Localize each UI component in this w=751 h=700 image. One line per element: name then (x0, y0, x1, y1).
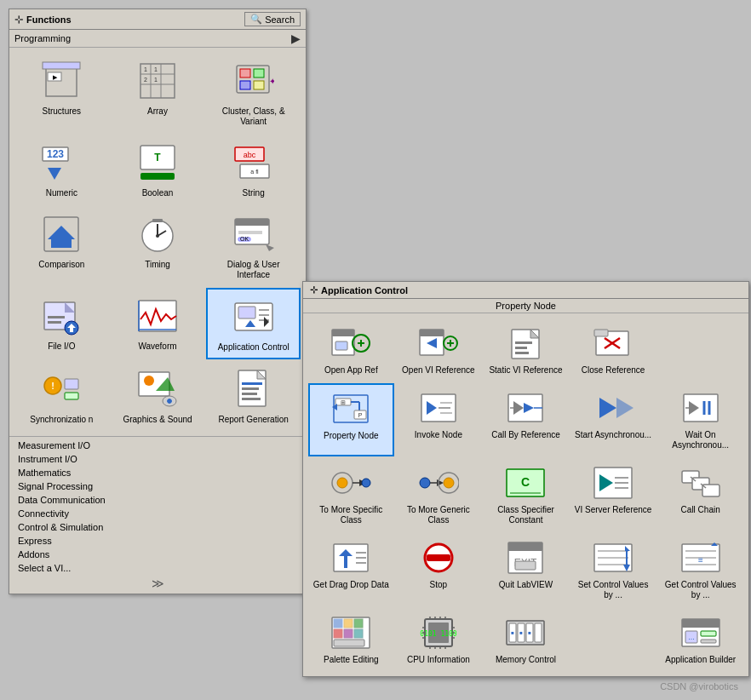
app-item-get-control[interactable]: ≡ Get Control Values by ... (657, 533, 743, 606)
svg-text:■: ■ (520, 630, 524, 635)
sidebar-item-signal[interactable]: Signal Processing (9, 479, 306, 493)
graphics-label: Graphics & Sound (123, 415, 192, 425)
app-item-get-drag-drop[interactable]: Get Drag Drop Data (308, 533, 394, 606)
sidebar-item-datacomm[interactable]: Data Communication (9, 493, 306, 507)
svg-text:T: T (154, 152, 161, 164)
svg-rect-169 (354, 619, 363, 628)
static-vi-ref-label: Static VI Reference (489, 365, 562, 376)
string-icon: abc a fl (232, 141, 276, 185)
palette-editing-label: Palette Editing (324, 655, 379, 665)
vi-server-ref-label: VI Server Reference (575, 505, 652, 515)
sidebar-item-control[interactable]: Control & Simulation (9, 520, 306, 534)
numeric-icon: 123 (39, 141, 83, 185)
svg-rect-45 (48, 316, 65, 318)
app-panel-title: Application Control (321, 285, 408, 295)
comparison-icon (39, 212, 83, 256)
svg-point-123 (362, 479, 370, 487)
app-item-to-generic[interactable]: To More Generic Class (396, 458, 482, 531)
app-item-to-specific[interactable]: To More Specific Class (308, 458, 394, 531)
func-item-dialog[interactable]: OK Dialog & User Interface (206, 206, 301, 286)
app-item-wait-async[interactable]: Wait On Asynchronou... (657, 383, 743, 456)
sidebar-item-connectivity[interactable]: Connectivity (9, 507, 306, 520)
start-async-icon (591, 389, 635, 427)
sidebar-item-selectvi[interactable]: Select a VI... (9, 561, 306, 575)
call-by-ref-label: Call By Reference (491, 430, 560, 440)
functions-panel: ⊹ Functions 🔍 Search Programming ▶ ▶ Str… (9, 9, 307, 594)
app-item-open-vi-ref[interactable]: Open VI Reference (396, 318, 482, 382)
func-item-comparison[interactable]: Comparison (14, 206, 109, 286)
app-item-set-control[interactable]: Set Control Values by ... (570, 533, 656, 606)
structures-label: Structures (43, 106, 82, 117)
app-item-quit-labview[interactable]: EXIT Quit LabVIEW (483, 533, 569, 606)
sidebar-item-instrument[interactable]: Instrument I/O (9, 452, 306, 466)
svg-rect-139 (702, 485, 719, 496)
svg-rect-203 (701, 640, 716, 643)
app-item-call-chain[interactable]: Call Chain (657, 458, 743, 531)
fileio-icon (39, 294, 83, 338)
svg-rect-80 (420, 330, 444, 336)
app-item-start-async[interactable]: Start Asynchronou... (570, 383, 656, 456)
func-item-waveform[interactable]: Waveform (111, 288, 205, 359)
func-item-cluster[interactable]: ✦ Cluster, Class, & Variant (206, 53, 301, 133)
sidebar-item-express[interactable]: Express (9, 534, 306, 548)
func-item-structures[interactable]: ▶ Structures (14, 53, 109, 133)
svg-rect-173 (334, 640, 364, 646)
vi-server-ref-icon (591, 464, 635, 502)
svg-rect-36 (152, 219, 163, 222)
svg-rect-195 (535, 623, 542, 642)
stop-label: Stop (430, 580, 448, 590)
open-vi-ref-icon (416, 324, 461, 362)
svg-rect-171 (344, 629, 353, 638)
svg-point-124 (420, 478, 430, 488)
func-item-numeric[interactable]: 123 Numeric (14, 135, 109, 204)
app-item-property-node[interactable]: ⊞ P Property Node (308, 383, 394, 456)
app-item-open-app-ref[interactable]: Open App Ref (308, 318, 394, 382)
app-item-vi-server-ref[interactable]: VI Server Reference (570, 458, 656, 531)
fileio-label: File I/O (48, 341, 75, 352)
search-button[interactable]: 🔍 Search (244, 12, 301, 26)
more-icon[interactable]: ≫ (9, 575, 306, 592)
appcontrol-icon (232, 295, 276, 339)
func-item-timing[interactable]: Timing (111, 206, 205, 286)
func-item-array[interactable]: 1 1 2 1 Array (111, 53, 205, 133)
func-item-graphics[interactable]: Graphics & Sound (111, 361, 205, 431)
report-icon (232, 367, 276, 411)
app-item-cpu-info[interactable]: 0101 1100 CPU Informatio (396, 608, 482, 671)
app-item-close-ref[interactable]: Close Reference (570, 318, 656, 382)
sidebar-item-addons[interactable]: Addons (9, 548, 306, 561)
app-item-call-by-ref[interactable]: Call By Reference (483, 383, 569, 456)
svg-rect-62 (65, 393, 78, 399)
close-ref-label: Close Reference (582, 365, 645, 376)
app-item-class-specifier[interactable]: C Class Specifier Constant (483, 458, 569, 531)
svg-rect-200 (682, 619, 719, 628)
app-item-memory-control[interactable]: ■ ■ ■ Memory Control (483, 608, 569, 671)
svg-rect-167 (334, 619, 342, 628)
func-item-sync[interactable]: ! Synchronizatio n (14, 361, 109, 431)
sidebar-item-mathematics[interactable]: Mathematics (9, 466, 306, 479)
app-item-app-builder[interactable]: ... Application Builder (657, 608, 743, 671)
call-by-ref-icon (503, 389, 547, 427)
svg-rect-88 (515, 347, 527, 349)
pin-icon: ⊹ (14, 14, 23, 26)
functions-grid: ▶ Structures 1 1 2 1 Array (9, 48, 306, 436)
app-item-palette-editing[interactable]: Palette Editing (308, 608, 394, 671)
func-item-string[interactable]: abc a fl String (206, 135, 301, 204)
func-item-boolean[interactable]: T Boolean (111, 135, 205, 204)
svg-marker-112 (599, 398, 616, 418)
svg-rect-170 (334, 629, 342, 638)
svg-text:123: 123 (47, 148, 64, 160)
svg-marker-126 (437, 479, 444, 486)
svg-rect-71 (242, 393, 257, 395)
svg-text:2: 2 (144, 77, 147, 83)
app-item-invoke-node[interactable]: Invoke Node (396, 383, 482, 456)
app-builder-icon: ... (679, 614, 723, 651)
func-item-report[interactable]: Report Generation (206, 361, 301, 431)
boolean-icon: T (135, 141, 180, 185)
func-item-fileio[interactable]: File I/O (14, 288, 109, 359)
get-drag-drop-icon (329, 539, 373, 577)
app-item-stop[interactable]: Stop (396, 533, 482, 606)
sidebar-item-measurement[interactable]: Measurement I/O (9, 439, 306, 452)
app-item-static-vi-ref[interactable]: Static VI Reference (483, 318, 569, 382)
func-item-appcontrol[interactable]: Application Control (206, 288, 301, 359)
boolean-label: Boolean (142, 188, 174, 198)
